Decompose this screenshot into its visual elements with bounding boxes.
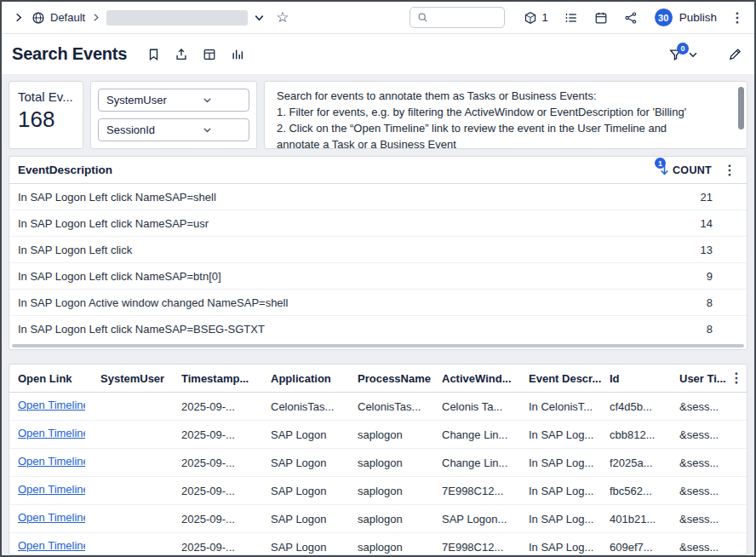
publish-button[interactable]: 30 Publish <box>655 9 717 26</box>
timestamp-cell: 2025-09-... <box>181 457 271 469</box>
open-timeline-link[interactable]: Open Timeline <box>18 483 85 496</box>
column-header-processname[interactable]: ProcessName <box>358 372 442 385</box>
calendar-icon[interactable] <box>594 11 608 25</box>
processname-cell: saplogon <box>358 513 442 525</box>
total-events-value: 168 <box>18 106 74 133</box>
eventdescription-cell: In SAP Log... <box>529 457 610 469</box>
event-row[interactable]: In SAP Logon Left click 13 <box>9 237 747 263</box>
application-cell: SAP Logon <box>271 513 358 525</box>
event-row[interactable]: In SAP Logon Left click NameSAP=BSEG-SGT… <box>9 316 747 342</box>
globe-icon[interactable] <box>32 11 45 25</box>
application-cell: CelonisTas... <box>271 400 358 413</box>
processname-cell: saplogon <box>358 428 442 441</box>
sort-indicator[interactable]: 1 <box>659 164 670 176</box>
table-row[interactable]: Open Timeline 2025-09-... SAP Logon sapl… <box>9 533 747 555</box>
column-header-systemuser[interactable]: SystemUser <box>100 372 181 385</box>
eventdescription-cell: In SAP Log... <box>529 541 610 554</box>
activewindow-cell: Change Lin... <box>442 428 529 441</box>
open-timeline-link[interactable]: Open Timeline <box>18 539 85 552</box>
page-toolbar: Search Events 0 <box>2 34 754 74</box>
redacted-breadcrumb-title[interactable] <box>106 10 248 26</box>
topbar-kebab-icon[interactable]: ⋮ <box>730 11 744 25</box>
sessionid-dropdown[interactable]: SessionId <box>98 118 249 141</box>
event-table-kebab-icon[interactable]: ⋮ <box>723 164 736 177</box>
bookmark-icon[interactable] <box>147 48 160 61</box>
search-input[interactable] <box>433 12 493 24</box>
eventdescription-column-header[interactable]: EventDescription <box>18 164 112 176</box>
breadcrumb-space-label[interactable]: Default <box>50 11 85 24</box>
systemuser-dropdown[interactable]: SystemUser <box>98 89 249 112</box>
count-column-header[interactable]: COUNT <box>673 164 712 176</box>
search-icon <box>417 12 428 23</box>
application-cell: SAP Logon <box>271 428 358 441</box>
share-icon[interactable] <box>175 48 188 61</box>
edit-pencil-icon[interactable] <box>728 47 742 61</box>
column-header-usertimeline[interactable]: User Ti... <box>679 372 726 385</box>
processname-cell: saplogon <box>358 541 442 554</box>
event-row[interactable]: In SAP Logon Left click NameSAP=usr 14 <box>9 210 747 237</box>
filter-controls: 0 <box>668 48 699 61</box>
data-pool-icon <box>524 11 537 25</box>
chevron-down-icon[interactable] <box>253 11 266 24</box>
event-row[interactable]: In SAP Logon Left click NameSAP=shell 21 <box>9 184 747 210</box>
open-timeline-link[interactable]: Open Timeline <box>18 399 85 411</box>
timestamp-cell: 2025-09-... <box>181 400 271 413</box>
event-row[interactable]: In SAP Logon Left click NameSAP=btn[0] 9 <box>9 263 747 290</box>
instructions-line: annotate a Task or a Business Event <box>277 136 731 149</box>
table-row[interactable]: Open Timeline 2025-09-... CelonisTas... … <box>9 393 747 421</box>
open-timeline-link[interactable]: Open Timeline <box>18 427 85 439</box>
vertical-scrollbar-thumb[interactable] <box>738 87 744 129</box>
table-row[interactable]: Open Timeline 2025-09-... SAP Logon sapl… <box>9 449 747 477</box>
instructions-line: 1. Filter for events, e.g. by filtering … <box>277 104 731 120</box>
task-list-icon[interactable] <box>564 11 578 25</box>
publish-count-badge: 30 <box>655 9 673 26</box>
table-export-icon[interactable] <box>203 48 216 61</box>
sessionid-dropdown-value: SessionId <box>106 123 174 136</box>
processname-cell: saplogon <box>358 485 442 497</box>
app-window: Default ☆ 1 <box>0 0 756 557</box>
event-count-cell: 14 <box>662 217 713 230</box>
expand-chevron-icon[interactable] <box>12 11 25 24</box>
column-header-id[interactable]: Id <box>610 372 679 385</box>
instructions-card: Search for events to annotate them as Ta… <box>264 81 747 149</box>
data-pool-button[interactable]: 1 <box>524 11 547 25</box>
horizontal-scrollbar <box>9 342 747 349</box>
global-search[interactable] <box>410 7 505 28</box>
instructions-line: Search for events to annotate them as Ta… <box>277 88 731 104</box>
detail-table-kebab-icon[interactable]: ⋮ <box>730 371 743 385</box>
table-row[interactable]: Open Timeline 2025-09-... SAP Logon sapl… <box>9 421 747 449</box>
timestamp-cell: 2025-09-... <box>181 428 271 441</box>
timestamp-cell: 2025-09-... <box>181 541 271 554</box>
usertimeline-cell: &sess... <box>679 541 726 554</box>
column-header-activewindow[interactable]: ActiveWind... <box>442 372 529 385</box>
column-header-timestamp[interactable]: Timestamp... <box>181 372 271 385</box>
event-description-cell: In SAP Logon Left click NameSAP=BSEG-SGT… <box>18 323 662 336</box>
horizontal-scrollbar-thumb[interactable] <box>12 344 744 347</box>
event-row[interactable]: In SAP Logon Active window changed NameS… <box>9 290 747 316</box>
signal-icon[interactable] <box>231 48 244 61</box>
open-timeline-link[interactable]: Open Timeline <box>18 511 85 524</box>
open-timeline-link[interactable]: Open Timeline <box>18 455 85 468</box>
column-header-eventdescription[interactable]: Event Descr... <box>529 372 610 385</box>
table-row[interactable]: Open Timeline 2025-09-... SAP Logon sapl… <box>9 477 747 505</box>
event-count-cell: 21 <box>662 191 713 204</box>
filter-chevron-down-icon[interactable] <box>687 49 699 60</box>
data-pool-count: 1 <box>541 11 547 24</box>
table-row[interactable]: Open Timeline 2025-09-... SAP Logon sapl… <box>9 505 747 533</box>
event-description-cell: In SAP Logon Left click NameSAP=usr <box>18 217 662 230</box>
share-network-icon[interactable] <box>624 11 638 25</box>
filter-funnel-icon[interactable]: 0 <box>668 48 683 61</box>
application-cell: SAP Logon <box>271 457 358 469</box>
event-detail-table: Open Link SystemUser Timestamp... Applic… <box>9 364 747 555</box>
content-area: Total Ev... 168 SystemUser SessionId <box>2 74 754 555</box>
activewindow-cell: SAP Logon... <box>442 513 529 525</box>
event-description-cell: In SAP Logon Left click NameSAP=btn[0] <box>18 270 662 283</box>
event-count-cell: 8 <box>662 323 713 336</box>
filter-dropdowns-card: SystemUser SessionId <box>90 81 257 149</box>
timestamp-cell: 2025-09-... <box>181 513 271 525</box>
title-actions <box>147 48 244 61</box>
column-header-open-link[interactable]: Open Link <box>18 372 100 385</box>
favorite-star-icon[interactable]: ☆ <box>276 10 289 25</box>
event-description-cell: In SAP Logon Left click <box>18 244 662 256</box>
column-header-application[interactable]: Application <box>271 372 358 385</box>
